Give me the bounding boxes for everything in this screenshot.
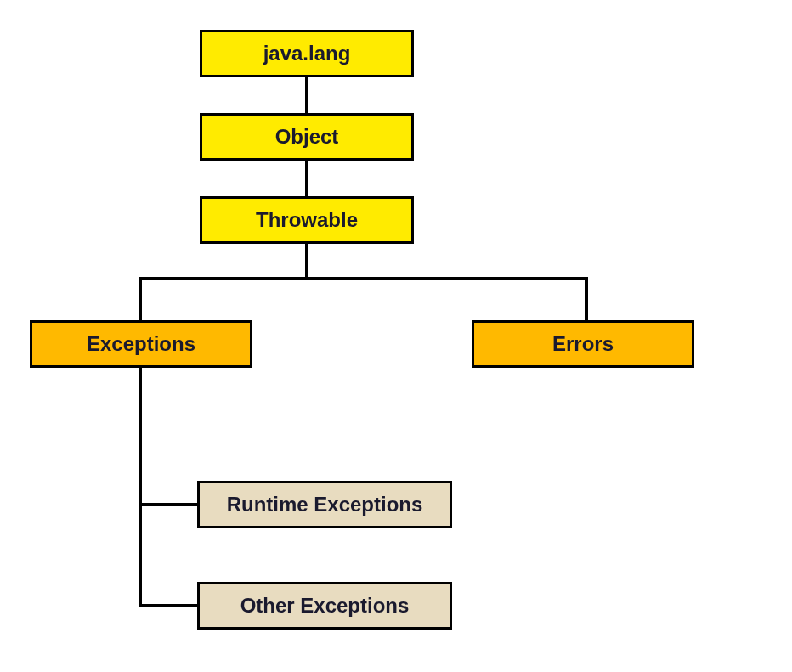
node-javalang: java.lang [200,30,414,77]
node-throwable-label: Throwable [256,208,358,232]
node-throwable: Throwable [200,196,414,244]
node-object-label: Object [275,125,339,149]
node-other: Other Exceptions [197,582,452,630]
connector-to-errors [585,277,588,320]
node-exceptions-label: Exceptions [87,332,195,356]
node-errors: Errors [472,320,694,368]
connector-exceptions-down [139,368,142,607]
connector-object-throwable [305,161,308,196]
connector-throwable-horizontal [139,277,588,280]
node-object: Object [200,113,414,161]
node-javalang-label: java.lang [263,42,351,65]
node-errors-label: Errors [552,332,614,356]
node-runtime-label: Runtime Exceptions [227,493,423,517]
connector-javalang-object [305,77,308,113]
connector-to-exceptions [139,277,142,320]
connector-to-other [139,604,197,607]
node-other-label: Other Exceptions [240,594,410,618]
connector-throwable-down [305,244,308,280]
node-exceptions: Exceptions [30,320,252,368]
connector-to-runtime [139,503,197,506]
node-runtime: Runtime Exceptions [197,481,452,528]
